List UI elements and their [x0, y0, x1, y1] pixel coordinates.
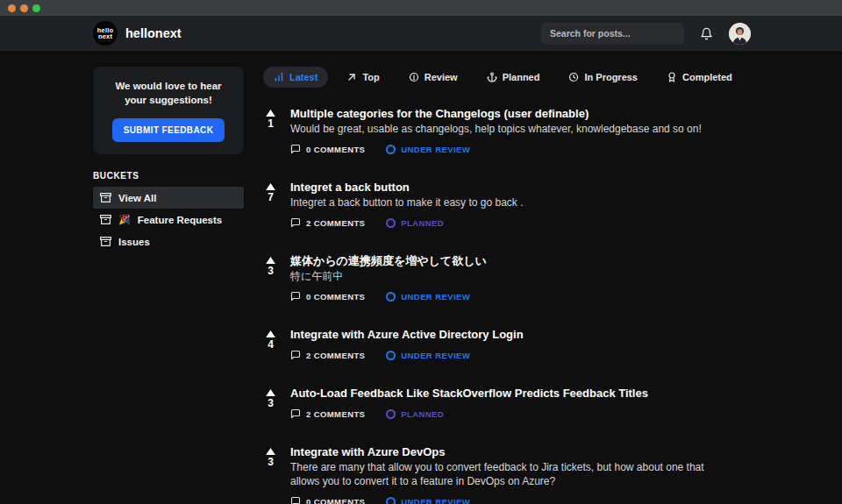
tab-label: Review — [425, 72, 458, 82]
hellonext-logo-icon: hello next — [93, 21, 118, 46]
bucket-label: Issues — [118, 237, 150, 247]
tab-in-progress[interactable]: In Progress — [558, 67, 648, 88]
bar-chart-icon — [274, 72, 284, 82]
tab-label: In Progress — [584, 72, 638, 82]
bucket-view-all[interactable]: View All — [93, 187, 244, 209]
comments-count: 0 COMMENTS — [290, 496, 365, 504]
comments-label: 0 COMMENTS — [306, 292, 365, 302]
post-content: Integrate with Azure Active Directory Lo… — [290, 328, 524, 360]
post-meta: 0 COMMENTS UNDER REVIEW — [290, 144, 702, 154]
upvote-button[interactable]: 7 — [263, 181, 278, 228]
post-description: There are many that allow you to convert… — [290, 460, 729, 488]
vote-count: 1 — [268, 117, 274, 130]
comments-count: 2 COMMENTS — [290, 408, 365, 419]
comments-count: 2 COMMENTS — [290, 217, 365, 228]
archive-box-icon — [100, 236, 111, 247]
window-titlebar — [0, 0, 842, 16]
post-title[interactable]: Integrate with Azure DevOps — [290, 445, 729, 459]
upvote-button[interactable]: 1 — [263, 107, 278, 154]
arrow-up-right-icon — [346, 72, 357, 82]
post-meta: 2 COMMENTS PLANNED — [290, 217, 524, 228]
post-content: Multiple categories for the Changelogs (… — [290, 107, 702, 154]
post-item[interactable]: 3 Integrate with Azure DevOps There are … — [263, 445, 842, 504]
user-avatar[interactable] — [729, 23, 751, 45]
sidebar: We would love to hear your suggestions! … — [93, 67, 244, 504]
app-window: hello next hellonext We would love to he… — [0, 0, 842, 504]
comment-bubble-icon — [290, 408, 301, 419]
bucket-label: View All — [118, 193, 156, 203]
anchor-icon — [487, 72, 497, 82]
vote-count: 3 — [268, 397, 274, 409]
tab-completed[interactable]: Completed — [656, 67, 743, 88]
feedback-cta-card: We would love to hear your suggestions! … — [93, 67, 244, 154]
comments-count: 2 COMMENTS — [290, 350, 365, 360]
tab-planned[interactable]: Planned — [476, 67, 551, 88]
buckets-heading: BUCKETS — [93, 171, 244, 181]
comment-bubble-icon — [290, 496, 301, 504]
buckets-list: View All 🎉 Feature Requests — [93, 187, 244, 252]
post-content: Integret a back button Integret a back b… — [290, 181, 524, 228]
post-content: Auto-Load Feedback Like StackOverflow Pr… — [290, 387, 648, 419]
status-ring-icon — [386, 218, 396, 228]
status-ring-icon — [386, 497, 396, 504]
tab-review[interactable]: Review — [398, 67, 468, 88]
post-item[interactable]: 3 Auto-Load Feedback Like StackOverflow … — [263, 387, 842, 419]
upvote-arrow-icon — [266, 257, 275, 264]
comments-label: 2 COMMENTS — [306, 409, 365, 419]
post-item[interactable]: 3 媒体からの連携頻度を増やして欲しい 特に午前中 0 COMMENTS — [263, 254, 842, 302]
comments-count: 0 COMMENTS — [290, 144, 365, 154]
status-ring-icon — [386, 351, 396, 360]
post-title[interactable]: Integrate with Azure Active Directory Lo… — [290, 328, 524, 342]
submit-feedback-button[interactable]: SUBMIT FEEDBACK — [112, 118, 225, 142]
window-control-dot[interactable] — [32, 4, 40, 12]
main-content: Latest Top Review Planned — [263, 67, 842, 504]
post-item[interactable]: 7 Integret a back button Integret a back… — [263, 181, 842, 228]
post-content: Integrate with Azure DevOps There are ma… — [290, 445, 729, 504]
brand: hello next hellonext — [93, 21, 182, 46]
upvote-button[interactable]: 3 — [263, 387, 278, 419]
status-badge: UNDER REVIEW — [386, 497, 470, 504]
comments-count: 0 COMMENTS — [290, 291, 365, 302]
status-label: PLANNED — [401, 409, 444, 419]
bucket-issues[interactable]: Issues — [93, 231, 244, 252]
search-input[interactable] — [541, 23, 684, 45]
window-control-dot[interactable] — [20, 4, 28, 12]
brand-name: hellonext — [125, 26, 182, 40]
vote-count: 3 — [268, 265, 274, 277]
tab-label: Latest — [289, 72, 318, 82]
post-meta: 0 COMMENTS UNDER REVIEW — [290, 291, 487, 302]
tab-latest[interactable]: Latest — [263, 67, 328, 88]
window-control-dot[interactable] — [8, 4, 16, 12]
post-item[interactable]: 4 Integrate with Azure Active Directory … — [263, 328, 842, 360]
upvote-arrow-icon — [266, 183, 275, 190]
archive-box-icon — [100, 214, 111, 225]
header-actions — [541, 23, 751, 45]
status-label: PLANNED — [401, 218, 444, 228]
post-title[interactable]: Multiple categories for the Changelogs (… — [290, 107, 702, 121]
upvote-button[interactable]: 4 — [263, 328, 278, 360]
upvote-arrow-icon — [266, 389, 275, 396]
bell-icon[interactable] — [700, 27, 713, 40]
tab-label: Top — [362, 72, 379, 82]
upvote-arrow-icon — [266, 110, 275, 117]
status-label: UNDER REVIEW — [401, 497, 470, 504]
comment-bubble-icon — [290, 144, 301, 154]
post-item[interactable]: 1 Multiple categories for the Changelogs… — [263, 107, 842, 154]
upvote-arrow-icon — [266, 330, 275, 337]
post-title[interactable]: 媒体からの連携頻度を増やして欲しい — [290, 254, 487, 268]
bucket-label: Feature Requests — [138, 215, 223, 225]
post-meta: 0 COMMENTS UNDER REVIEW — [290, 496, 729, 504]
comment-bubble-icon — [290, 217, 301, 228]
filter-tabs: Latest Top Review Planned — [263, 67, 842, 88]
post-title[interactable]: Auto-Load Feedback Like StackOverflow Pr… — [290, 387, 648, 401]
status-ring-icon — [386, 409, 396, 419]
tab-top[interactable]: Top — [336, 67, 389, 88]
upvote-button[interactable]: 3 — [263, 445, 278, 504]
post-meta: 2 COMMENTS PLANNED — [290, 408, 648, 419]
status-badge: PLANNED — [386, 218, 444, 228]
post-title[interactable]: Integret a back button — [290, 181, 524, 195]
page-body: We would love to hear your suggestions! … — [0, 51, 842, 504]
comment-bubble-icon — [290, 350, 301, 360]
upvote-button[interactable]: 3 — [263, 254, 278, 302]
bucket-feature-requests[interactable]: 🎉 Feature Requests — [93, 209, 244, 231]
